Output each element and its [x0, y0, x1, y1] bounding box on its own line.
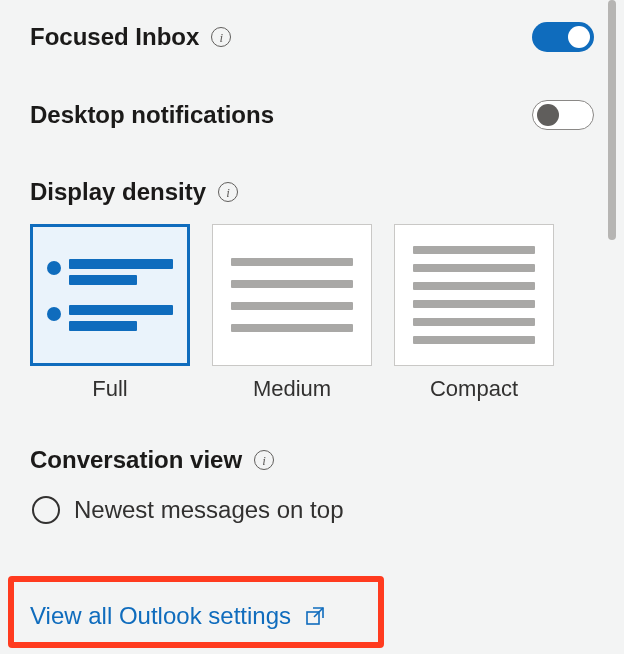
density-option-medium-label: Medium	[253, 376, 331, 402]
density-option-compact[interactable]: Compact	[394, 224, 554, 402]
conversation-radio-newest-top-label: Newest messages on top	[74, 496, 343, 524]
desktop-notifications-toggle[interactable]	[532, 100, 594, 130]
density-option-full[interactable]: Full	[30, 224, 190, 402]
display-density-label: Display density	[30, 178, 206, 206]
info-icon[interactable]: i	[218, 182, 238, 202]
focused-inbox-label: Focused Inbox	[30, 23, 199, 51]
conversation-view-label: Conversation view	[30, 446, 242, 474]
density-option-compact-label: Compact	[430, 376, 518, 402]
display-density-options: Full Medium Compact	[30, 224, 594, 402]
view-all-settings-label: View all Outlook settings	[30, 602, 291, 630]
focused-inbox-toggle[interactable]	[532, 22, 594, 52]
open-icon	[305, 606, 325, 626]
info-icon[interactable]: i	[211, 27, 231, 47]
scrollbar[interactable]	[608, 0, 616, 240]
info-icon[interactable]: i	[254, 450, 274, 470]
density-option-full-label: Full	[92, 376, 127, 402]
desktop-notifications-label: Desktop notifications	[30, 101, 274, 129]
conversation-radio-newest-top[interactable]	[32, 496, 60, 524]
view-all-settings-link[interactable]: View all Outlook settings	[30, 602, 325, 630]
density-option-medium[interactable]: Medium	[212, 224, 372, 402]
